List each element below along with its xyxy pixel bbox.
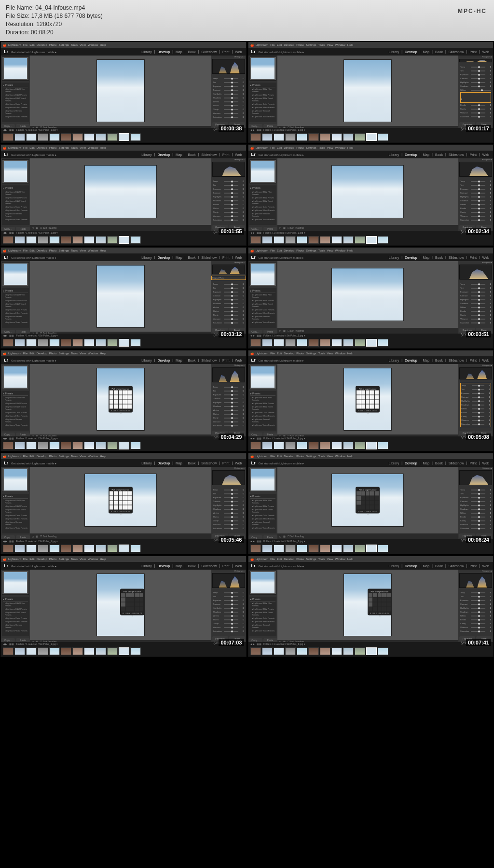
filmstrip-thumb[interactable] [72,133,83,141]
preview-image[interactable]: Pick a target nuance R 148 G 148 B 148 7… [343,368,392,431]
module-map[interactable]: Map [422,153,430,157]
slider-vibrance[interactable]: Vibrance 0 [460,626,491,629]
preset-item[interactable]: ▸ Lightroom B&W Filter Presets [3,396,28,402]
filmstrip-thumb[interactable] [331,442,342,449]
filmstrip-thumb[interactable] [49,647,60,655]
presets-header[interactable]: ▸ Presets [3,495,28,499]
module-develop[interactable]: Develop [156,564,171,568]
develop-toolbar[interactable]: ◻ ▦ ☐ Soft Proofing [277,225,459,231]
filmstrip[interactable] [1,337,246,348]
slider-whites[interactable]: Whites 0 [460,306,491,309]
menu-item[interactable]: Tools [318,249,325,252]
filmstrip-thumb[interactable] [331,236,342,244]
module-develop[interactable]: Develop [156,153,171,157]
preset-button[interactable]: Paste [263,124,277,128]
slider-exposure[interactable]: Exposure 0 [213,84,244,88]
breadcrumb[interactable]: Get started with Lightroom mobile ▸ [11,359,56,362]
slider-vibrance[interactable]: Vibrance 0 [213,420,244,423]
filmstrip-header[interactable]: ◀ ▶▦▦Folders / 1 selected / Ski Poles_1.… [248,231,494,235]
loupe-view[interactable]: Pick a target nuance R 148 G 148 B 148 7… [30,570,211,642]
slider-contrast[interactable]: Contrast 0 [460,191,491,195]
slider-blacks[interactable]: Blacks 0 [213,618,244,621]
menu-item[interactable]: Tools [318,455,325,458]
module-picker[interactable]: Library | Develop | Map | Book | Slidesh… [388,461,490,465]
preset-item[interactable]: ▸ Lightroom B&W Presets [3,607,28,611]
preset-item[interactable]: ▸ Lightroom B&W Toned Presets [3,302,28,308]
menu-item[interactable]: File [270,352,275,355]
slider-clarity[interactable]: Clarity 0 [213,108,244,111]
breadcrumb[interactable]: Get started with Lightroom mobile ▸ [259,462,304,465]
filmstrip-thumb[interactable] [14,647,25,655]
filmstrip-thumb[interactable] [14,339,25,347]
module-picker[interactable]: Library | Develop | Map | Book | Slidesh… [140,153,243,157]
loupe-view[interactable]: Pick a target nuance R 148 G 148 B 148 7… [277,467,459,539]
menu-item[interactable]: Photo [296,558,304,560]
filmstrip[interactable] [1,235,246,245]
slider-blacks[interactable]: Blacks 0 [460,309,491,313]
color-picker-overlay[interactable]: Pick a target nuance R 148 G 148 B 148 7… [120,588,144,615]
preset-item[interactable]: ▸ Lightroom Color Presets [3,308,28,311]
color-picker-overlay[interactable]: Pick a target nuance R 148 G 148 B 148 7… [356,487,380,514]
module-slideshow[interactable]: Slideshow [200,153,218,157]
menu-item[interactable]: Edit [277,352,282,355]
slider-blacks[interactable]: Blacks 0 [213,309,244,313]
preset-item[interactable]: ▸ Lightroom Effect Presets [250,106,275,109]
filmstrip-thumb[interactable] [274,133,284,141]
slider-highlights[interactable]: Highlights 0 [213,92,244,96]
slider-saturation[interactable]: Saturation 0 [213,321,244,324]
module-print[interactable]: Print [221,153,230,157]
slider-exposure[interactable]: Exposure 0 [213,393,244,396]
slider-clarity[interactable]: Clarity 0 [213,210,244,214]
module-book[interactable]: Book [187,153,196,157]
menu-item[interactable]: View [80,352,86,355]
filmstrip-thumb[interactable] [297,647,307,655]
preset-item[interactable]: ▸ Lightroom General Presets [3,212,28,218]
breadcrumb[interactable]: Get started with Lightroom mobile ▸ [259,153,304,156]
filmstrip-thumb[interactable] [297,339,307,347]
preview-image[interactable] [331,165,404,218]
module-book[interactable]: Book [434,461,444,465]
module-library[interactable]: Library [140,50,152,54]
slider-contrast[interactable]: Contrast 0 [213,88,244,92]
slider-temp[interactable]: Temp 0 [460,180,491,183]
menu-item[interactable]: Window [335,455,345,458]
menu-item[interactable]: Tools [71,249,78,252]
menu-item[interactable]: Tools [71,455,78,458]
slider-whites[interactable]: Whites 0 [213,408,244,412]
menu-item[interactable]: Window [335,352,345,355]
preset-button[interactable]: Paste [16,638,30,642]
slider-vibrance[interactable]: Vibrance 0 [460,523,491,526]
module-map[interactable]: Map [422,358,430,363]
module-web[interactable]: Web [481,50,490,54]
menu-item[interactable]: View [327,43,333,46]
slider-temp[interactable]: Temp 0 [213,77,244,80]
menu-item[interactable]: Lightroom [8,43,21,46]
filmstrip-thumb[interactable] [72,339,83,347]
slider-highlights[interactable]: Highlights 0 [460,195,491,198]
module-book[interactable]: Book [187,564,196,568]
slider-shadows[interactable]: Shadows 0 [460,610,491,614]
filmstrip-thumb[interactable] [355,339,365,347]
filmstrip-thumb[interactable] [107,647,118,655]
module-slideshow[interactable]: Slideshow [448,461,465,465]
preset-item[interactable]: ▸ Lightroom Effect Presets [250,620,275,623]
filmstrip-thumb[interactable] [297,236,307,244]
menu-item[interactable]: Help [100,455,106,458]
module-library[interactable]: Library [140,153,152,157]
menu-item[interactable]: Lightroom [256,146,269,149]
menu-item[interactable]: File [270,249,275,252]
breadcrumb[interactable]: Get started with Lightroom mobile ▸ [259,359,304,362]
app-menubar[interactable]: 🍎 LightroomFileEditDevelopPhotoSettingsT… [1,453,246,459]
filmstrip-thumb[interactable] [274,236,284,244]
preset-item[interactable]: ▸ Lightroom Color Presets [250,205,275,209]
filmstrip-thumb[interactable] [274,647,284,655]
filmstrip-thumb[interactable] [262,545,273,552]
module-slideshow[interactable]: Slideshow [448,153,465,157]
filmstrip-thumb[interactable] [285,339,296,347]
preset-button[interactable]: Paste [16,124,30,128]
preview-image[interactable]: Pick a target nuance R 148 G 148 B 148 7… [331,474,404,527]
module-picker[interactable]: Library | Develop | Map | Book | Slidesh… [140,461,243,465]
menu-item[interactable]: View [80,249,86,252]
preset-item[interactable]: ▸ Lightroom B&W Filter Presets [3,293,28,299]
filmstrip-thumb[interactable] [3,545,14,552]
